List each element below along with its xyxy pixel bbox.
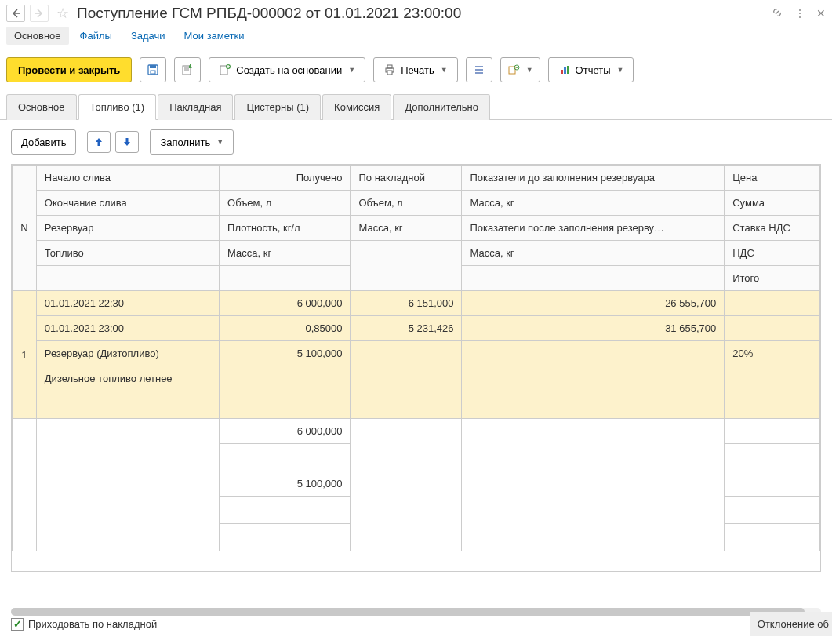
col-inv-mass[interactable]: Масса, кг xyxy=(351,216,462,241)
tab-fuel[interactable]: Топливо (1) xyxy=(78,94,157,120)
list-icon xyxy=(473,64,485,76)
arrow-up-icon xyxy=(93,136,104,147)
chevron-down-icon: ▼ xyxy=(348,66,355,74)
chart-icon xyxy=(558,64,571,76)
deviation-label: Отклонение об xyxy=(750,612,832,636)
invoice-checkbox[interactable]: ✓ Приходовать по накладной xyxy=(11,618,157,631)
tab-tanks[interactable]: Цистерны (1) xyxy=(234,94,321,120)
cell-total[interactable] xyxy=(725,391,820,419)
total-vol: 6 000,000 xyxy=(220,419,351,444)
arrow-right-icon xyxy=(33,7,45,20)
cell-inv-mass[interactable]: 5 231,426 xyxy=(351,316,462,341)
tab-extra[interactable]: Дополнительно xyxy=(393,94,490,120)
cell-price[interactable] xyxy=(725,291,820,316)
total-mass: 5 100,000 xyxy=(220,471,351,497)
svg-rect-4 xyxy=(151,71,155,74)
print-icon xyxy=(383,64,396,76)
cell-recv-vol[interactable]: 6 000,000 xyxy=(220,291,351,316)
related-icon xyxy=(507,64,520,76)
reports-button[interactable]: Отчеты ▼ xyxy=(548,57,634,82)
col-end[interactable]: Окончание слива xyxy=(36,191,219,216)
fill-button[interactable]: Заполнить ▼ xyxy=(150,129,234,155)
col-after[interactable]: Показатели после заполнения резерву… xyxy=(462,216,725,241)
col-density[interactable]: Плотность, кг/л xyxy=(220,216,351,241)
topnav-files[interactable]: Файлы xyxy=(72,27,120,45)
link-icon[interactable] xyxy=(771,6,783,21)
col-sum[interactable]: Сумма xyxy=(725,191,820,216)
table-row[interactable]: 01.01.2021 23:00 0,85000 5 231,426 31 65… xyxy=(13,316,820,341)
col-start[interactable]: Начало слива xyxy=(36,166,219,191)
checkbox-icon: ✓ xyxy=(11,618,24,631)
checkbox-label: Приходовать по накладной xyxy=(28,618,157,630)
col-inv-volume[interactable]: Объем, л xyxy=(351,191,462,216)
topnav-main[interactable]: Основное xyxy=(6,27,69,45)
col-volume[interactable]: Объем, л xyxy=(220,191,351,216)
top-nav: Основное Файлы Задачи Мои заметки xyxy=(0,27,832,51)
cell-recv-mass[interactable]: 5 100,000 xyxy=(220,341,351,366)
print-button[interactable]: Печать ▼ xyxy=(373,57,458,82)
col-vat[interactable]: НДС xyxy=(725,241,820,266)
fuel-table[interactable]: N Начало слива Получено По накладной Пок… xyxy=(11,164,821,572)
col-price[interactable]: Цена xyxy=(725,166,820,191)
topnav-notes[interactable]: Мои заметки xyxy=(176,27,253,45)
table-row[interactable]: 1 01.01.2021 22:30 6 000,000 6 151,000 2… xyxy=(13,291,820,316)
col-invoice[interactable]: По накладной xyxy=(351,166,462,191)
move-up-button[interactable] xyxy=(87,131,111,153)
cell-end[interactable]: 01.01.2021 23:00 xyxy=(36,316,219,341)
post-icon xyxy=(181,64,194,76)
page-title: Поступление ГСМ РПБД-000002 от 01.01.202… xyxy=(77,5,766,22)
post-and-close-button[interactable]: Провести и закрыть xyxy=(6,57,132,82)
col-after-mass[interactable]: Масса, кг xyxy=(462,241,725,266)
col-fuel[interactable]: Топливо xyxy=(36,241,219,266)
col-tank[interactable]: Резервуар xyxy=(36,216,219,241)
col-vat-rate[interactable]: Ставка НДС xyxy=(725,216,820,241)
tab-commission[interactable]: Комиссия xyxy=(322,94,391,120)
svg-rect-19 xyxy=(564,67,566,74)
chevron-down-icon: ▼ xyxy=(216,138,223,146)
create-icon xyxy=(219,64,231,76)
col-received[interactable]: Получено xyxy=(220,166,351,191)
arrow-left-icon xyxy=(9,7,22,20)
tab-waybill[interactable]: Накладная xyxy=(158,94,233,120)
tabs: Основное Топливо (1) Накладная Цистерны … xyxy=(0,93,832,120)
move-down-button[interactable] xyxy=(115,131,139,153)
related-button[interactable]: ▼ xyxy=(500,57,540,82)
col-n[interactable]: N xyxy=(13,166,37,291)
cell-vat-rate[interactable]: 20% xyxy=(725,341,820,366)
cell-fuel[interactable]: Дизельное топливо летнее xyxy=(36,366,219,391)
svg-rect-20 xyxy=(567,66,569,74)
chevron-down-icon: ▼ xyxy=(526,66,533,74)
cell-before-mass[interactable]: 26 555,700 xyxy=(462,291,725,316)
sub-toolbar: Добавить Заполнить ▼ xyxy=(0,120,832,164)
table-row[interactable]: Резервуар (Дизтопливо) 5 100,000 20% xyxy=(13,341,820,366)
more-icon[interactable]: ⋮ xyxy=(794,7,805,20)
close-icon[interactable]: ✕ xyxy=(816,7,826,20)
add-row-button[interactable]: Добавить xyxy=(11,129,76,155)
topnav-tasks[interactable]: Задачи xyxy=(123,27,173,45)
save-button[interactable] xyxy=(140,57,166,82)
save-icon xyxy=(147,64,159,76)
svg-rect-3 xyxy=(150,65,156,68)
chevron-down-icon: ▼ xyxy=(617,66,624,74)
cell-vat[interactable] xyxy=(725,366,820,391)
cell-start[interactable]: 01.01.2021 22:30 xyxy=(36,291,219,316)
col-total[interactable]: Итого xyxy=(725,266,820,291)
chevron-down-icon: ▼ xyxy=(441,66,448,74)
cell-recv-dens[interactable]: 0,85000 xyxy=(220,316,351,341)
create-based-on-button[interactable]: Создать на основании ▼ xyxy=(209,57,365,82)
col-mass[interactable]: Масса, кг xyxy=(220,241,351,266)
col-before[interactable]: Показатели до заполнения резервуара xyxy=(462,166,725,191)
cell-sum[interactable] xyxy=(725,316,820,341)
list-button[interactable] xyxy=(466,57,492,82)
cell-tank[interactable]: Резервуар (Дизтопливо) xyxy=(36,341,219,366)
post-button[interactable] xyxy=(174,57,201,82)
nav-back-button[interactable] xyxy=(6,5,25,22)
row-n: 1 xyxy=(13,291,37,419)
cell-inv-vol[interactable]: 6 151,000 xyxy=(351,291,462,316)
totals-row: 6 000,000 xyxy=(13,419,820,444)
cell-after-mass[interactable]: 31 655,700 xyxy=(462,316,725,341)
nav-forward-button[interactable] xyxy=(30,5,49,22)
tab-main[interactable]: Основное xyxy=(6,94,77,120)
favorite-star-icon[interactable]: ☆ xyxy=(56,5,69,22)
col-before-mass[interactable]: Масса, кг xyxy=(462,191,725,216)
